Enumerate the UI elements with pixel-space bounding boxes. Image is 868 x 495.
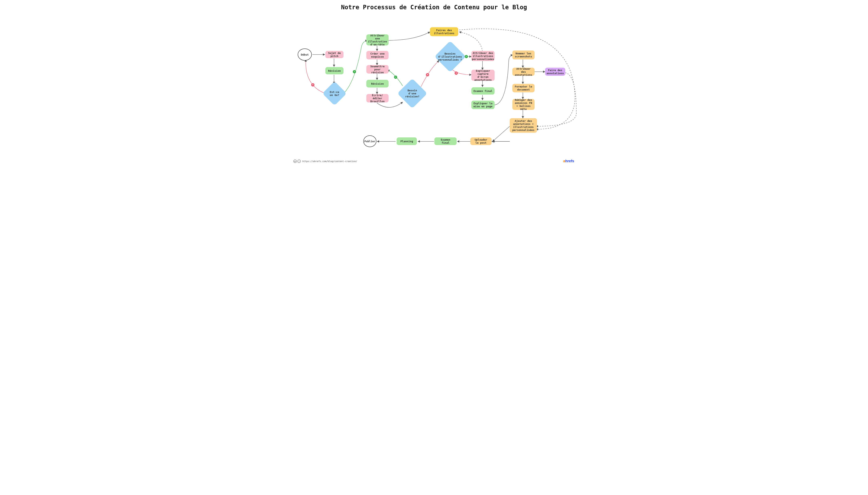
node-final-review-2: Examen final (435, 137, 457, 145)
svg-text:✕: ✕ (427, 73, 428, 76)
footer: cci https://ahrefs.com/blog/content-crea… (294, 159, 357, 163)
svg-point-2 (353, 70, 356, 73)
node-assign-custom-illustrations: Attribuer des illustrations personnalisé… (471, 51, 495, 61)
svg-text:✓: ✓ (465, 55, 467, 57)
node-need-revision: Besoin d'une révision? (397, 79, 427, 108)
node-name-screenshots: Nommer les screenshots (512, 51, 535, 59)
node-add-annotations-illustrations: Ajouter des annotations + illustrations … (510, 118, 537, 133)
svg-text:✓: ✓ (395, 76, 396, 78)
node-write-fb-meta: Rédiger des annonces FB + balises méta (512, 99, 535, 110)
source-url: https://ahrefs.com/blog/content-creation… (302, 160, 357, 163)
node-format-document: Formater le document (512, 84, 535, 92)
node-assign-header-illustration: Attribuer une illustration d'en-tête (366, 34, 389, 46)
node-create-outline: Créer une esquisse (366, 51, 389, 59)
node-upload-post: Uploader le post (471, 137, 492, 145)
node-explain-screenshot-annotations: Expliquer capture d'écran annotations (471, 70, 495, 81)
node-planning: Planning (397, 137, 417, 145)
svg-point-4 (394, 75, 397, 79)
svg-point-8 (465, 55, 468, 58)
edges-layer: ✕ ✓ ✓ ✕ ✓ ✕ (288, 0, 580, 166)
svg-text:✓: ✓ (354, 70, 355, 73)
svg-point-10 (455, 71, 458, 75)
cc-license-icon: cci (294, 159, 301, 163)
node-publish: Publier (363, 135, 376, 147)
node-explain-layout: Expliquer la mise en page (471, 101, 495, 109)
node-review-1: Révision (325, 67, 343, 74)
diagram-title: Notre Processus de Création de Contenu p… (288, 4, 580, 11)
node-assign-annotations: Attribuer des annotations (512, 68, 535, 76)
node-need-custom-illustrations: Besoins d'illustrations personnalisés ? (435, 41, 466, 72)
node-make-illustrations: Faires des illustrations (430, 27, 458, 36)
node-is-go: Est-ce un Go? (322, 81, 347, 105)
node-write-edit-draft: Écrire/éditer Brouillon (366, 94, 389, 102)
ahrefs-logo: ahrefs (563, 159, 574, 163)
svg-point-0 (311, 83, 315, 86)
node-pitch-subject: Sujet de pitch (325, 51, 343, 58)
svg-point-6 (426, 73, 429, 76)
svg-text:✕: ✕ (312, 84, 314, 86)
node-do-annotations: Faire des annotations (545, 68, 565, 76)
node-start: Début (298, 49, 312, 61)
node-review-2: Révision (366, 80, 389, 87)
node-final-review: Examen final (471, 87, 495, 95)
svg-text:✕: ✕ (456, 72, 457, 74)
node-submit-review: Soumettre pour révision (366, 65, 389, 73)
